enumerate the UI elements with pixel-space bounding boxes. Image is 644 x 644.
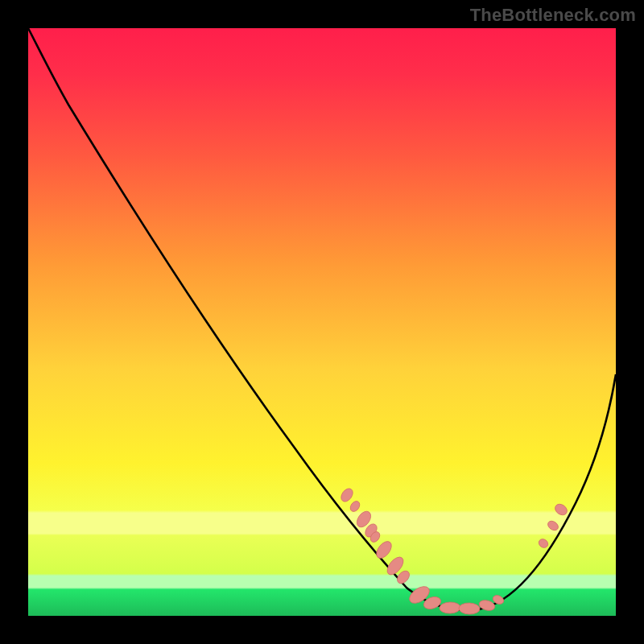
curve-marker (546, 519, 559, 532)
chart-container: TheBottleneck.com (0, 0, 644, 644)
curve-marker (349, 499, 361, 513)
curve-layer (28, 28, 616, 616)
curve-marker (440, 602, 460, 614)
bottleneck-curve (28, 28, 616, 610)
curve-marker (553, 502, 569, 517)
curve-marker (339, 486, 355, 504)
curve-marker (374, 539, 394, 561)
plot-area (28, 28, 616, 616)
curve-marker (459, 603, 480, 615)
curve-marker (537, 537, 550, 549)
watermark-text: TheBottleneck.com (470, 5, 636, 26)
